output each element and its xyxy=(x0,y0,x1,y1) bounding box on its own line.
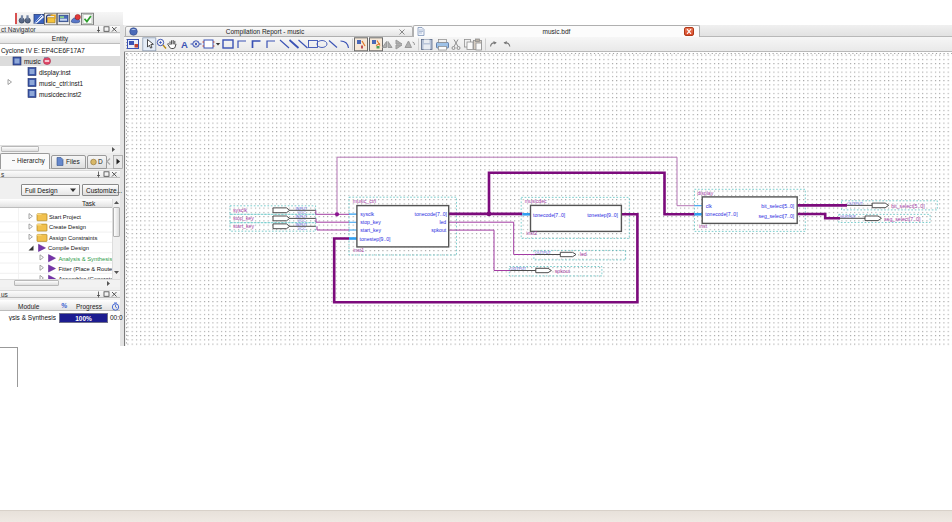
svg-text:OUTPUT: OUTPUT xyxy=(510,266,527,271)
svg-text:Analysis & Synthesis: Analysis & Synthesis xyxy=(59,256,113,262)
svg-text:led: led xyxy=(580,251,587,257)
svg-text:led: led xyxy=(439,219,446,225)
svg-text:seg_select[7..0]: seg_select[7..0] xyxy=(759,213,795,219)
svg-text:start_key: start_key xyxy=(233,223,254,229)
svg-text:stop_key: stop_key xyxy=(233,215,254,221)
svg-text:musicdec: musicdec xyxy=(525,198,547,204)
svg-text:bit_select[5..0]: bit_select[5..0] xyxy=(761,203,794,209)
svg-text:inst: inst xyxy=(699,223,708,229)
svg-text:stop_key: stop_key xyxy=(360,219,381,225)
svg-text:display: display xyxy=(697,190,714,196)
svg-text:music_ctrl: music_ctrl xyxy=(353,198,376,204)
svg-text:Create Design: Create Design xyxy=(49,224,86,230)
svg-text:bit_select[5..0]: bit_select[5..0] xyxy=(891,203,925,209)
svg-text:OUTPUT: OUTPUT xyxy=(535,250,552,255)
svg-text:seg_select[7..0]: seg_select[7..0] xyxy=(884,216,921,222)
svg-text:VCC: VCC xyxy=(298,226,306,231)
svg-text:Compile Design: Compile Design xyxy=(48,245,89,251)
svg-text:sysclk: sysclk xyxy=(360,211,374,217)
svg-text:start_key: start_key xyxy=(360,227,381,233)
svg-text:A: A xyxy=(181,39,188,50)
svg-text:spkout: spkout xyxy=(555,268,571,274)
svg-text:Fitter (Place & Route): Fitter (Place & Route) xyxy=(59,266,113,272)
svg-text:OUTPUT: OUTPUT xyxy=(847,201,864,206)
svg-text:OUTPUT: OUTPUT xyxy=(840,214,857,219)
svg-text:tonestep[9..0]: tonestep[9..0] xyxy=(360,236,391,242)
svg-text:tonecode[7..0]: tonecode[7..0] xyxy=(533,212,566,218)
svg-text:spkout: spkout xyxy=(431,227,447,233)
svg-text:clk: clk xyxy=(706,203,713,209)
svg-text:tonecode[7..0]: tonecode[7..0] xyxy=(705,211,738,217)
svg-text:Start Project: Start Project xyxy=(49,214,81,220)
svg-text:inst2: inst2 xyxy=(526,230,537,236)
svg-text:inst1: inst1 xyxy=(353,247,364,253)
svg-text:tonecode[7..0]: tonecode[7..0] xyxy=(415,211,448,217)
svg-text:Assign Constraints: Assign Constraints xyxy=(49,235,97,241)
svg-text:tonestep[9..0]: tonestep[9..0] xyxy=(587,212,618,218)
svg-text:sysclk: sysclk xyxy=(233,207,248,213)
